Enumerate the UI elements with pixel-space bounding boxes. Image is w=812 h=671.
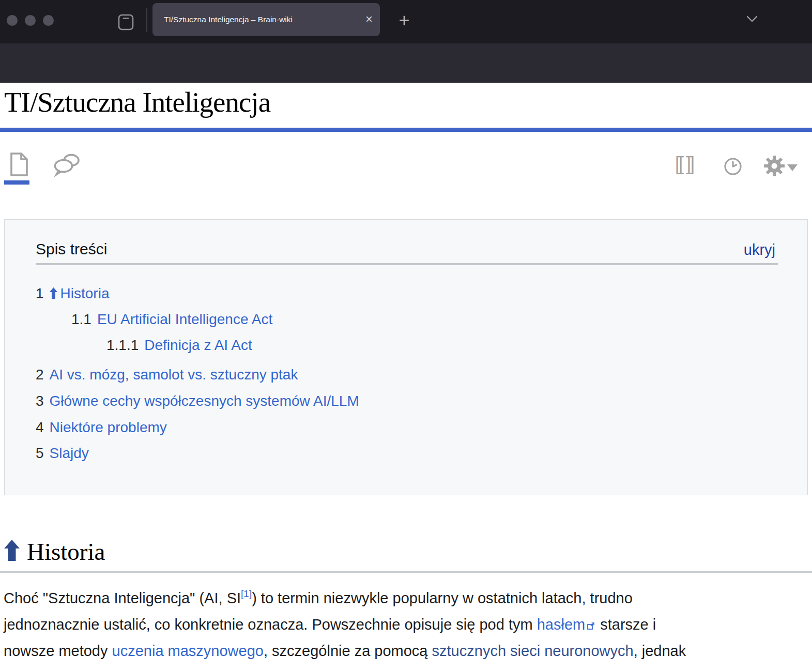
toc-number: 5 [36, 445, 44, 461]
new-tab-button[interactable]: + [394, 6, 415, 35]
toc-number: 1.1.1 [106, 337, 139, 353]
toc-item-1[interactable]: 1Historia [36, 285, 110, 302]
gear-icon[interactable] [763, 155, 786, 179]
firefox-view-icon[interactable] [117, 11, 135, 32]
table-of-contents: Spis treści ukryj 1Historia 1.1EU Artifi… [4, 219, 808, 495]
internal-link-uczenia-maszynowego[interactable]: uczenia maszynowego [112, 643, 264, 659]
toc-number: 3 [36, 393, 44, 409]
list-all-tabs-icon[interactable] [745, 15, 761, 26]
browser-tab[interactable]: TI/Sztuczna Inteligencja – Brain-wiki × [152, 3, 380, 36]
toc-item-4[interactable]: 4Niektóre problemy [36, 419, 167, 436]
toc-item-1-1[interactable]: 1.1EU Artificial Intelligence Act [71, 311, 272, 328]
up-arrow-icon[interactable] [4, 539, 20, 567]
toc-link[interactable]: Historia [60, 285, 110, 301]
toc-title-rule [36, 263, 778, 265]
toc-item-5[interactable]: 5Slajdy [36, 445, 89, 462]
window-close-button[interactable] [7, 15, 18, 26]
tab-title: TI/Sztuczna Inteligencja – Brain-wiki [164, 3, 293, 36]
article-page-icon[interactable] [9, 152, 29, 179]
external-link-haslem[interactable]: hasłem [537, 616, 596, 633]
title-rule [0, 128, 812, 132]
toc-item-2[interactable]: 2AI vs. mózg, samolot vs. sztuczny ptak [36, 367, 298, 383]
toc-link[interactable]: Slajdy [50, 445, 89, 461]
toc-item-3[interactable]: 3Główne cechy współczesnych systemów AI/… [36, 393, 359, 409]
internal-link-sztuczne-sieci-neuronowe[interactable]: sztucznych sieci neuronowych [432, 643, 634, 659]
paragraph-text: Choć "Sztuczna Inteligencja" (AI, SI [4, 590, 241, 606]
history-clock-icon[interactable] [724, 157, 742, 178]
discussion-icon[interactable] [52, 151, 83, 181]
up-arrow-icon [50, 286, 57, 302]
article-paragraph: Choć "Sztuczna Inteligencja" (AI, SI[1])… [4, 585, 808, 664]
paragraph-text: nowsze metody [4, 643, 112, 659]
toc-title: Spis treści [36, 240, 107, 258]
section-title: Historia [27, 538, 105, 565]
toc-number: 1.1 [71, 311, 91, 327]
toc-link[interactable]: EU Artificial Intelligence Act [97, 311, 272, 327]
toc-link[interactable]: Niektóre problemy [50, 419, 167, 435]
paragraph-text: starsze i [596, 616, 656, 633]
browser-window: TI/Sztuczna Inteligencja – Brain-wiki × … [0, 0, 812, 671]
tab-divider [146, 8, 147, 32]
window-minimize-button[interactable] [25, 15, 36, 26]
section-heading: Historia [4, 538, 105, 566]
wikitext-brackets-icon[interactable]: [[ ]] [675, 153, 693, 175]
paragraph-text: ) to termin niezwykle popularny w ostatn… [252, 590, 633, 606]
tab-bar: TI/Sztuczna Inteligencja – Brain-wiki × … [0, 0, 812, 43]
section-rule [0, 571, 812, 573]
paragraph-text: jednoznacznie ustalić, co konkretnie ozn… [4, 616, 537, 633]
tab-close-icon[interactable]: × [365, 3, 373, 36]
toc-number: 4 [36, 419, 44, 435]
page-content: TI/Sztuczna Inteligencja [[ ]] [0, 83, 812, 671]
window-zoom-button[interactable] [43, 15, 54, 26]
toc-link[interactable]: AI vs. mózg, samolot vs. sztuczny ptak [50, 367, 298, 383]
navigation-toolbar: https://brain.fuw.edu.pl/edu/index.php/T… [0, 43, 812, 83]
link-text: hasłem [537, 616, 586, 633]
toc-number: 2 [36, 367, 44, 383]
toc-link[interactable]: Definicja z AI Act [144, 337, 252, 353]
reference-link[interactable]: [1] [241, 588, 252, 599]
toc-item-1-1-1[interactable]: 1.1.1Definicja z AI Act [106, 337, 252, 354]
page-title: TI/Sztuczna Inteligencja [4, 86, 270, 118]
toc-hide-link[interactable]: ukryj [744, 241, 775, 258]
paragraph-text: , jednak [634, 643, 686, 659]
paragraph-text: , szczególnie za pomocą [264, 643, 432, 659]
toc-number: 1 [36, 285, 44, 301]
external-link-icon [587, 622, 594, 630]
gear-dropdown-caret-icon[interactable] [787, 164, 798, 171]
toc-link[interactable]: Główne cechy współczesnych systemów AI/L… [50, 393, 359, 409]
active-tab-underline [4, 180, 29, 185]
